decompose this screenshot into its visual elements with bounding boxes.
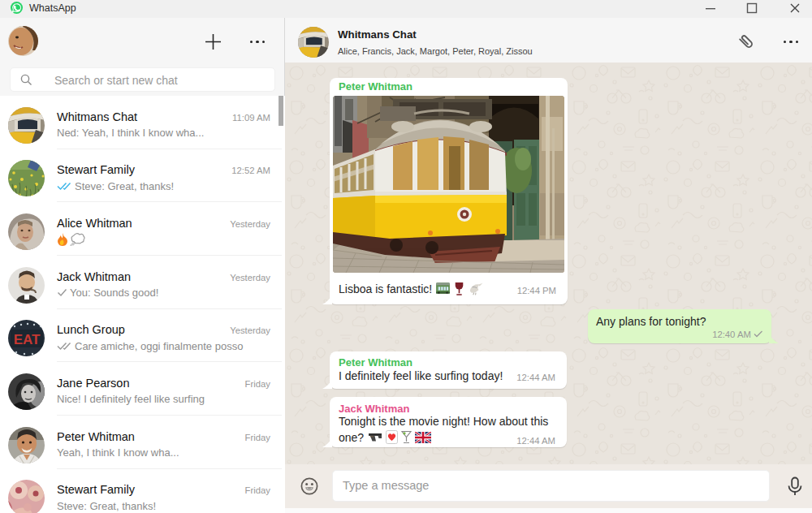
- svg-text:EAT: EAT: [14, 332, 41, 347]
